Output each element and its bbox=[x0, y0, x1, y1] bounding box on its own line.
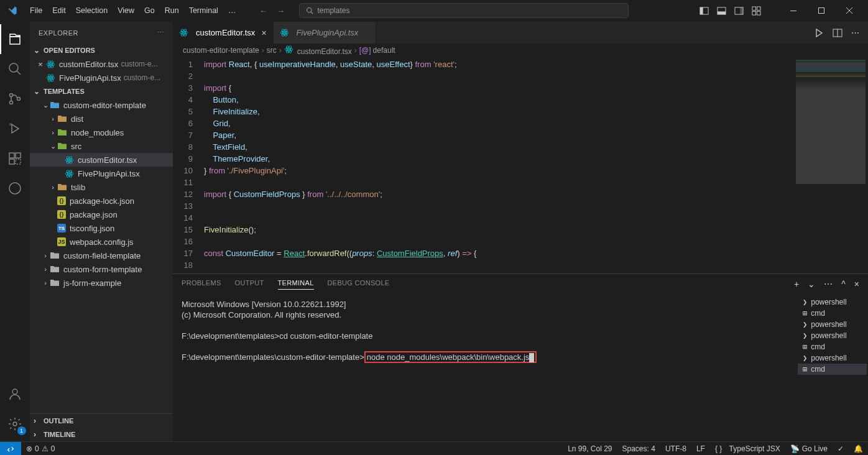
open-editor-item[interactable]: ×customEditor.tsxcustom-e... bbox=[30, 57, 173, 71]
layout-toggle-1[interactable] bbox=[697, 4, 711, 17]
tree-item[interactable]: {}package-lock.json bbox=[30, 194, 173, 208]
panel-tab-bar: PROBLEMSOUTPUTTERMINALDEBUG CONSOLE+⌄⋯^× bbox=[173, 274, 868, 294]
status-go-live[interactable]: 📡Go Live bbox=[785, 444, 833, 453]
svg-point-38 bbox=[68, 159, 70, 161]
tree-item[interactable]: customEditor.tsx bbox=[30, 153, 173, 167]
nav-forward[interactable]: → bbox=[273, 3, 288, 18]
terminal-list-item[interactable]: ❯powershell bbox=[798, 319, 867, 330]
nav-back[interactable]: ← bbox=[256, 3, 270, 18]
status-indentation[interactable]: Spaces: 4 bbox=[617, 444, 660, 453]
terminal-list: ❯powershell⊞cmd❯powershell❯powershell⊞cm… bbox=[796, 294, 868, 441]
terminal-list-item[interactable]: ⊞cmd bbox=[798, 364, 867, 375]
editor-more-icon[interactable]: ⋯ bbox=[851, 28, 859, 37]
chevron-right-icon: › bbox=[34, 416, 42, 425]
panel-maximize-icon[interactable]: ^ bbox=[841, 279, 846, 289]
new-terminal-icon[interactable]: + bbox=[794, 279, 799, 289]
breadcrumb[interactable]: custom-editor-template›src›customEditor.… bbox=[173, 44, 868, 57]
panel-tab-problems[interactable]: PROBLEMS bbox=[182, 279, 221, 289]
activity-remote-explorer[interactable] bbox=[0, 173, 30, 203]
editor-tab[interactable]: FivePluginApi.tsx× bbox=[274, 22, 377, 44]
terminal-icon: ❯ bbox=[803, 331, 807, 340]
menu-edit[interactable]: Edit bbox=[47, 4, 71, 17]
activity-accounts[interactable] bbox=[0, 379, 30, 409]
menu-view[interactable]: View bbox=[113, 4, 139, 17]
explorer-more-icon[interactable]: ⋯ bbox=[157, 29, 165, 37]
tree-item[interactable]: ⌄custom-editor-template bbox=[30, 98, 173, 112]
activity-extensions[interactable] bbox=[0, 144, 30, 173]
menu-…[interactable]: … bbox=[223, 4, 241, 17]
outline-header[interactable]: ›OUTLINE bbox=[30, 414, 173, 428]
workspace-header[interactable]: ⌄ TEMPLATES bbox=[30, 85, 173, 98]
activity-settings[interactable]: 1 bbox=[0, 409, 30, 439]
status-eol[interactable]: LF bbox=[691, 444, 710, 453]
tree-item[interactable]: ⌄src bbox=[30, 139, 173, 153]
terminal-icon: ❯ bbox=[803, 354, 807, 362]
run-icon[interactable] bbox=[814, 28, 824, 38]
menu-selection[interactable]: Selection bbox=[71, 4, 113, 17]
activity-run-debug[interactable] bbox=[0, 114, 30, 144]
command-center-search[interactable]: templates bbox=[299, 3, 629, 18]
tree-item[interactable]: ›custom-form-template bbox=[30, 262, 173, 276]
terminal-icon: ⊞ bbox=[803, 342, 807, 351]
code-content[interactable]: import React, { useImperativeHandle, use… bbox=[204, 57, 793, 273]
tree-item[interactable]: ›tslib bbox=[30, 180, 173, 194]
minimap[interactable] bbox=[793, 57, 868, 273]
terminal-dropdown-icon[interactable]: ⌄ bbox=[808, 279, 815, 289]
status-feedback-icon[interactable]: ✓ bbox=[833, 444, 849, 453]
breadcrumb-item[interactable]: customEditor.tsx bbox=[284, 45, 352, 56]
activity-explorer[interactable] bbox=[0, 24, 30, 54]
breadcrumb-item[interactable]: custom-editor-template bbox=[183, 46, 259, 55]
svg-rect-7 bbox=[740, 7, 743, 14]
tree-item[interactable]: TStsconfig.json bbox=[30, 221, 173, 235]
tree-item[interactable]: ›js-form-example bbox=[30, 276, 173, 290]
tree-item[interactable]: ›node_modules bbox=[30, 126, 173, 139]
panel-tab-terminal[interactable]: TERMINAL bbox=[278, 279, 314, 290]
line-numbers: 12345678910111213141516171819 bbox=[173, 57, 204, 273]
status-cursor-position[interactable]: Ln 99, Col 29 bbox=[563, 444, 617, 453]
activity-source-control[interactable] bbox=[0, 84, 30, 114]
menu-go[interactable]: Go bbox=[139, 4, 160, 17]
terminal-list-item[interactable]: ❯powershell bbox=[798, 296, 867, 308]
window-maximize[interactable] bbox=[807, 0, 835, 22]
tree-item[interactable]: {}package.json bbox=[30, 208, 173, 221]
svg-rect-26 bbox=[16, 159, 21, 164]
split-editor-icon[interactable] bbox=[833, 28, 843, 38]
status-language[interactable]: { } TypeScript JSX bbox=[710, 444, 785, 453]
terminal-list-item[interactable]: ❯powershell bbox=[798, 330, 867, 341]
breadcrumb-item[interactable]: [@]default bbox=[359, 46, 395, 55]
tree-item[interactable]: ›custom-field-template bbox=[30, 249, 173, 262]
breadcrumb-item[interactable]: src bbox=[267, 46, 277, 55]
close-tab-icon[interactable]: × bbox=[261, 28, 266, 38]
terminal-list-item[interactable]: ⊞cmd bbox=[798, 308, 867, 319]
status-problems[interactable]: ⊗0 ⚠0 bbox=[21, 444, 60, 453]
nav-arrows: ← → bbox=[256, 3, 288, 18]
panel-tab-debug console[interactable]: DEBUG CONSOLE bbox=[328, 279, 390, 289]
terminal-list-item[interactable]: ⊞cmd bbox=[798, 341, 867, 352]
terminal-list-item[interactable]: ❯powershell bbox=[798, 352, 867, 364]
svg-rect-10 bbox=[752, 11, 755, 15]
menu-run[interactable]: Run bbox=[160, 4, 184, 17]
layout-toggle-2[interactable] bbox=[714, 4, 728, 17]
menu-terminal[interactable]: Terminal bbox=[184, 4, 223, 17]
panel-tab-output[interactable]: OUTPUT bbox=[235, 279, 264, 289]
layout-toggle-3[interactable] bbox=[732, 4, 746, 17]
panel-close-icon[interactable]: × bbox=[854, 279, 859, 289]
status-notifications-icon[interactable]: 🔔 bbox=[849, 444, 868, 453]
tree-item[interactable]: ›dist bbox=[30, 112, 173, 126]
status-encoding[interactable]: UTF-8 bbox=[660, 444, 691, 453]
timeline-header[interactable]: ›TIMELINE bbox=[30, 428, 173, 441]
window-minimize[interactable] bbox=[779, 0, 807, 22]
tree-item[interactable]: JSwebpack.config.js bbox=[30, 235, 173, 249]
layout-customize[interactable] bbox=[749, 4, 763, 17]
window-close[interactable] bbox=[835, 0, 863, 22]
remote-indicator[interactable] bbox=[0, 442, 21, 456]
tree-item[interactable]: FivePluginApi.tsx bbox=[30, 167, 173, 180]
terminal-output[interactable]: Microsoft Windows [Version 10.0.22621.19… bbox=[173, 294, 796, 441]
menu-file[interactable]: File bbox=[25, 4, 47, 17]
open-editors-header[interactable]: ⌄ OPEN EDITORS bbox=[30, 44, 173, 57]
vscode-logo bbox=[7, 6, 17, 16]
editor-tab[interactable]: customEditor.tsx× bbox=[173, 22, 274, 44]
panel-more-icon[interactable]: ⋯ bbox=[824, 279, 833, 289]
open-editor-item[interactable]: FivePluginApi.tsxcustom-e... bbox=[30, 71, 173, 85]
activity-search[interactable] bbox=[0, 54, 30, 84]
